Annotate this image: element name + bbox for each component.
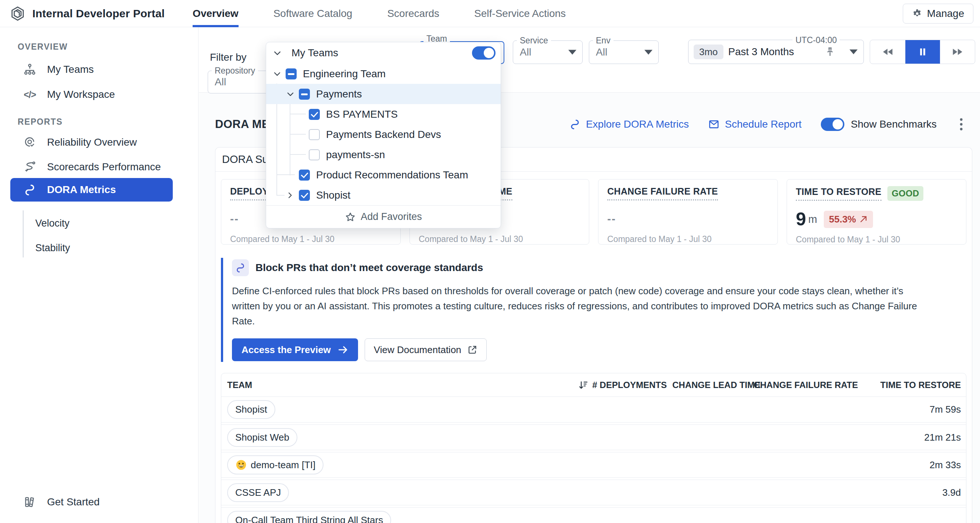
time-to-restore-value: 21m 21s xyxy=(858,432,961,443)
sidebar-section-reports: REPORTS xyxy=(18,117,62,127)
tree-item-payments[interactable]: Payments xyxy=(266,84,501,104)
sidebar-item-my-workspace[interactable]: </> My Workspace xyxy=(10,84,173,105)
tree-item-product-recommendations-team[interactable]: Product Recommendations Team xyxy=(266,165,501,185)
card-compare: Compared to May 1 - Jul 30 xyxy=(230,234,391,244)
chevron-down-icon[interactable] xyxy=(272,48,286,58)
checkbox-indeterminate[interactable] xyxy=(299,89,310,100)
card-unit: m xyxy=(808,213,817,225)
my-teams-label: My Teams xyxy=(291,47,338,59)
tree-item-shopist[interactable]: Shopist xyxy=(266,185,501,205)
explore-label: Explore DORA Metrics xyxy=(586,118,689,130)
tree-item-engineering-team[interactable]: Engineering Team xyxy=(266,64,501,84)
sidebar-item-dora-metrics[interactable]: DORA Metrics xyxy=(10,178,173,202)
envelope-icon xyxy=(708,118,720,130)
tree-item-label: Engineering Team xyxy=(303,68,386,80)
timezone-label: UTC-04:00 xyxy=(792,35,840,45)
rewind-button[interactable] xyxy=(870,40,905,64)
checkbox-unchecked[interactable] xyxy=(309,129,320,140)
gear-icon xyxy=(912,8,922,19)
team-pill[interactable]: Shopist Web xyxy=(227,428,298,447)
tab-software-catalog[interactable]: Software Catalog xyxy=(274,0,353,27)
table-row: CSSE APJ 3.9d xyxy=(221,480,966,505)
explore-dora-metrics-link[interactable]: Explore DORA Metrics xyxy=(569,118,689,130)
add-favorites-label: Add Favorites xyxy=(361,211,422,223)
tree-item-bs-payments[interactable]: BS PAYMENTS xyxy=(266,104,501,124)
tree-item-label: Payments Backend Devs xyxy=(326,129,441,140)
team-pill[interactable]: demo-team [TI] xyxy=(227,455,323,474)
col-label: # DEPLOYMENTS xyxy=(592,380,667,390)
show-benchmarks-toggle[interactable] xyxy=(821,118,844,131)
card-time-to-restore: TIME TO RESTORE GOOD 9 m 55.3% Com xyxy=(787,179,966,245)
col-change-lead-time[interactable]: CHANGE LEAD TIME xyxy=(667,380,760,390)
scorecard-icon xyxy=(23,160,37,174)
card-title[interactable]: CHANGE FAILURE RATE xyxy=(607,186,718,201)
page-title: Internal Developer Portal xyxy=(32,7,165,20)
tree-item-label: payments-sn xyxy=(326,149,385,161)
team-pill[interactable]: CSSE APJ xyxy=(227,483,289,502)
checkbox-unchecked[interactable] xyxy=(309,149,320,160)
add-favorites-button[interactable]: Add Favorites xyxy=(266,205,501,228)
col-time-to-restore[interactable]: TIME TO RESTORE xyxy=(858,380,961,390)
sidebar-item-label: DORA Metrics xyxy=(47,184,116,196)
manage-button[interactable]: Manage xyxy=(903,4,974,24)
checkbox-checked[interactable] xyxy=(299,190,310,201)
card-title[interactable]: TIME TO RESTORE xyxy=(796,187,881,201)
tree-item-label: Shopist xyxy=(316,190,350,201)
checkbox-checked[interactable] xyxy=(299,169,310,180)
banner-title: Block PRs that don’t meet coverage stand… xyxy=(256,262,483,274)
view-documentation-button[interactable]: View Documentation xyxy=(365,338,487,361)
col-deployments[interactable]: # DEPLOYMENTS xyxy=(549,380,667,390)
col-team[interactable]: TEAM xyxy=(227,380,549,390)
coverage-banner: Block PRs that don’t meet coverage stand… xyxy=(221,258,966,362)
tab-self-service-actions[interactable]: Self-Service Actions xyxy=(474,0,566,27)
sidebar-item-my-teams[interactable]: My Teams xyxy=(10,59,173,80)
access-preview-button[interactable]: Access the Preview xyxy=(232,338,358,361)
sort-descending-icon xyxy=(578,380,589,390)
chevron-down-icon[interactable] xyxy=(272,69,286,79)
dora-link-icon xyxy=(23,183,37,196)
pin-icon[interactable] xyxy=(824,46,835,57)
pause-button[interactable] xyxy=(905,40,940,64)
sidebar-item-label: Reliability Overview xyxy=(47,136,137,148)
tree-item-label: BS PAYMENTS xyxy=(326,108,398,120)
my-teams-toggle[interactable] xyxy=(472,46,495,60)
main-tabs: Overview Software Catalog Scorecards Sel… xyxy=(192,0,601,27)
col-label: CHANGE LEAD TIME xyxy=(672,380,760,390)
chevron-right-icon[interactable] xyxy=(286,191,299,200)
card-value: -- xyxy=(230,212,239,225)
tree-item-payments-sn[interactable]: payments-sn xyxy=(266,145,501,165)
sidebar-subitem-stability[interactable]: Stability xyxy=(35,242,70,254)
checkbox-checked[interactable] xyxy=(309,109,320,120)
fast-forward-button[interactable] xyxy=(940,40,975,64)
sidebar-subitem-velocity[interactable]: Velocity xyxy=(35,218,70,229)
table-row: Shopist Web 21m 21s xyxy=(221,424,966,450)
time-to-restore-value: 7m 59s xyxy=(858,404,961,415)
time-range-picker[interactable]: UTC-04:00 3mo Past 3 Months xyxy=(688,40,864,64)
manage-label: Manage xyxy=(927,8,964,19)
filter-by-label: Filter by xyxy=(210,51,247,63)
schedule-report-link[interactable]: Schedule Report xyxy=(708,118,802,130)
delta-badge: 55.3% xyxy=(824,211,873,228)
team-pill[interactable]: Shopist xyxy=(227,400,275,419)
show-benchmarks-label: Show Benchmarks xyxy=(851,118,937,130)
tree-item-payments-backend-devs[interactable]: Payments Backend Devs xyxy=(266,124,501,145)
tab-overview[interactable]: Overview xyxy=(192,0,239,27)
checkbox-indeterminate[interactable] xyxy=(286,69,297,80)
env-value: All xyxy=(596,46,607,58)
sidebar-item-scorecards-performance[interactable]: Scorecards Performance xyxy=(10,156,173,178)
col-change-failure-rate[interactable]: CHANGE FAILURE RATE xyxy=(760,380,858,390)
chevron-down-icon[interactable] xyxy=(286,89,299,99)
service-filter[interactable]: Service All xyxy=(513,40,582,64)
team-pill[interactable]: On-Call Team Third String All Stars xyxy=(227,511,391,523)
card-compare: Compared to May 1 - Jul 30 xyxy=(419,234,580,244)
service-value: All xyxy=(520,46,531,58)
card-compare: Compared to May 1 - Jul 30 xyxy=(796,234,957,245)
sidebar-item-get-started[interactable]: Get Started xyxy=(10,491,173,513)
card-compare: Compared to May 1 - Jul 30 xyxy=(607,234,768,244)
kebab-menu-icon[interactable] xyxy=(959,118,963,131)
tab-scorecards[interactable]: Scorecards xyxy=(387,0,439,27)
sidebar-section-overview: OVERVIEW xyxy=(18,42,68,52)
env-filter[interactable]: Env All xyxy=(589,40,659,64)
sidebar-item-reliability-overview[interactable]: Reliability Overview xyxy=(10,132,173,153)
chevron-down-icon xyxy=(568,50,576,55)
